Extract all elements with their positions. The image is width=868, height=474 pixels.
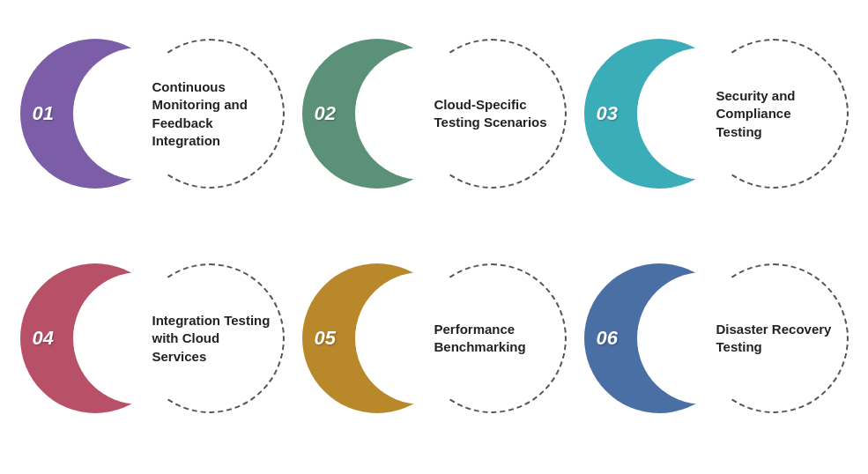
card-05: 05Performance Benchmarking xyxy=(302,241,567,435)
number-badge-02: 02 xyxy=(315,102,336,125)
card-label-03: Security and Compliance Testing xyxy=(699,87,849,141)
card-01: 01Continuous Monitoring and Feedback Int… xyxy=(20,17,285,211)
card-label-02: Cloud-Specific Testing Scenarios xyxy=(417,96,567,132)
card-label-01: Continuous Monitoring and Feedback Integ… xyxy=(135,78,285,150)
number-badge-04: 04 xyxy=(33,327,54,350)
main-grid: 01Continuous Monitoring and Feedback Int… xyxy=(11,8,857,466)
card-03: 03Security and Compliance Testing xyxy=(584,17,849,211)
card-06: 06Disaster Recovery Testing xyxy=(584,241,849,435)
number-badge-06: 06 xyxy=(597,327,618,350)
card-label-06: Disaster Recovery Testing xyxy=(699,321,849,357)
card-label-04: Integration Testing with Cloud Services xyxy=(135,312,285,366)
card-02: 02Cloud-Specific Testing Scenarios xyxy=(302,17,567,211)
number-badge-03: 03 xyxy=(597,102,618,125)
card-label-05: Performance Benchmarking xyxy=(417,321,567,357)
card-04: 04Integration Testing with Cloud Service… xyxy=(20,241,285,435)
number-badge-05: 05 xyxy=(315,327,336,350)
number-badge-01: 01 xyxy=(33,102,54,125)
